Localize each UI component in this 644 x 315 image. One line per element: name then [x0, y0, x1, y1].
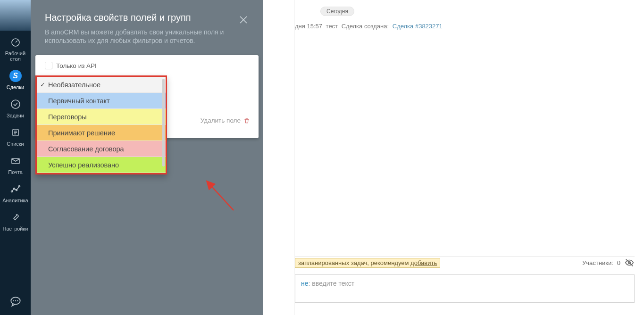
dropdown-scrollbar[interactable] [162, 79, 165, 171]
annotation-arrow [167, 177, 243, 215]
sidebar-item-lists[interactable]: Списки [0, 121, 31, 149]
modal-header: Настройка свойств полей и групп В amoCRM… [31, 0, 263, 53]
sidebar-avatar[interactable] [0, 0, 31, 31]
modal-backdrop: Настройка свойств полей и групп В amoCRM… [31, 0, 263, 315]
modal-close-button[interactable] [238, 14, 249, 25]
dropdown-option[interactable]: Переговоры [37, 109, 166, 125]
task-bar: запланированных задач, рекомендуем добав… [295, 256, 635, 269]
log-time: дня 15:57 [295, 23, 322, 30]
dropdown-option[interactable]: Первичный контакт [37, 93, 166, 109]
delete-field-button[interactable]: Удалить поле [201, 117, 250, 124]
note-prefix: не [301, 280, 309, 287]
vertical-divider [294, 0, 294, 315]
dropdown-option[interactable]: Принимают решение [37, 125, 166, 141]
sidebar-item-deals[interactable]: S Сделки [0, 65, 31, 93]
close-icon [238, 19, 249, 27]
activity-log-line: дня 15:57 тест Сделка создана: Сделка #3… [295, 23, 635, 30]
sidebar-item-dashboard[interactable]: Рабочий стол [0, 31, 31, 65]
task-add-link[interactable]: добавить [410, 259, 437, 266]
task-warning-text: запланированных задач, рекомендуем [298, 259, 410, 266]
sidebar-item-analytics[interactable]: Аналитика [0, 178, 31, 206]
api-only-label: Только из API [56, 62, 97, 69]
wrench-icon [9, 211, 22, 224]
task-warning: запланированных задач, рекомендуем добав… [295, 258, 440, 268]
log-user: тест [326, 23, 338, 30]
modal-title: Настройка свойств полей и групп [45, 12, 249, 23]
sidebar-item-label: Настройки [3, 226, 28, 232]
participants-label: Участники: [582, 259, 613, 266]
api-only-checkbox[interactable] [45, 62, 52, 69]
dropdown-option[interactable]: Согласование договора [37, 141, 166, 157]
stage-dropdown[interactable]: НеобязательноеПервичный контактПереговор… [35, 75, 167, 174]
sidebar: Рабочий стол S Сделки Задачи Списки Почт… [0, 0, 31, 315]
dropdown-option[interactable]: Успешно реализовано [37, 157, 166, 173]
dropdown-option[interactable]: Необязательное [37, 77, 166, 93]
log-deal-link[interactable]: Сделка #3823271 [393, 23, 443, 30]
svg-line-10 [208, 182, 234, 210]
check-circle-icon [9, 98, 22, 111]
eye-off-icon[interactable] [624, 257, 635, 268]
sidebar-item-label: Аналитика [2, 198, 28, 203]
delete-field-label: Удалить поле [201, 117, 241, 124]
sidebar-item-label: Сделки [7, 84, 25, 90]
trash-icon [243, 117, 250, 124]
today-pill: Сегодня [320, 7, 354, 16]
deals-icon: S [9, 69, 22, 83]
gauge-icon [9, 35, 22, 49]
note-placeholder: : введите текст [309, 280, 355, 287]
participants-count: 0 [617, 259, 620, 266]
sidebar-chat[interactable] [0, 290, 31, 315]
sidebar-item-mail[interactable]: Почта [0, 149, 31, 178]
log-message: Сделка создана: [342, 23, 389, 30]
svg-point-1 [11, 100, 20, 108]
sidebar-item-tasks[interactable]: Задачи [0, 93, 31, 121]
modal-subtitle: В amoCRM вы можете добавлять свои уникал… [45, 28, 224, 45]
sidebar-item-label: Почта [8, 169, 23, 175]
sidebar-item-label: Рабочий стол [0, 50, 31, 62]
mail-icon [9, 154, 22, 167]
sidebar-item-settings[interactable]: Настройки [0, 206, 31, 234]
note-input[interactable]: не: введите текст [295, 274, 635, 303]
sidebar-item-label: Задачи [7, 113, 24, 118]
sidebar-item-label: Списки [7, 141, 24, 147]
analytics-icon [9, 182, 22, 196]
api-only-row[interactable]: Только из API [45, 62, 252, 69]
chat-icon [9, 295, 22, 309]
list-icon [9, 126, 22, 139]
